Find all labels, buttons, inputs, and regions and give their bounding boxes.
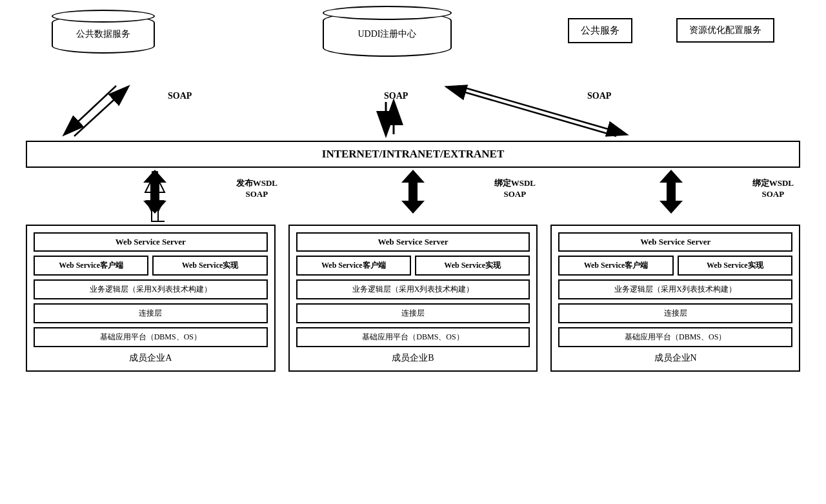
logic-label-b: 业务逻辑层（采用X列表技术构建）	[352, 285, 474, 294]
wsdl-label-1: 发布WSDL	[236, 177, 277, 189]
svg-text:SOAP: SOAP	[384, 91, 408, 101]
impl-box-a: Web Service实现	[152, 256, 267, 276]
logic-box-a: 业务逻辑层（采用X列表技术构建）	[34, 279, 268, 299]
member-name-a: 成员企业A	[34, 352, 268, 364]
logic-label-a: 业务逻辑层（采用X列表技术构建）	[90, 285, 212, 294]
impl-box-n: Web Service实现	[678, 256, 792, 276]
top-row: 公共数据服务 UDDI注册中心 公共服务 资源优化配置服务	[32, 12, 794, 79]
diagram-container: 公共数据服务 UDDI注册中心 公共服务 资源优化配置服务	[0, 0, 826, 504]
client-label-n: Web Service客户端	[584, 261, 649, 270]
server-box-n: Web Service Server	[558, 232, 792, 252]
wsdl-label-3: 绑定WSDL	[752, 177, 794, 189]
impl-label-a: Web Service实现	[182, 261, 239, 270]
arrow-col-2: 绑定WSDL SOAP	[284, 168, 542, 225]
platform-label-n: 基础应用平台（DBMS、OS）	[625, 332, 726, 341]
client-impl-row-n: Web Service客户端 Web Service实现	[558, 256, 792, 276]
connect-label-n: 连接层	[664, 308, 687, 318]
member-box-n: Web Service Server Web Service客户端 Web Se…	[550, 225, 800, 372]
member-box-a: Web Service Server Web Service客户端 Web Se…	[26, 225, 276, 372]
platform-label-b: 基础应用平台（DBMS、OS）	[362, 332, 463, 341]
client-box-n: Web Service客户端	[558, 256, 673, 276]
server-label-a: Web Service Server	[116, 237, 186, 247]
connect-label-b: 连接层	[401, 308, 425, 318]
connect-box-b: 连接层	[296, 303, 530, 323]
server-box-b: Web Service Server	[296, 232, 530, 252]
member-name-b: 成员企业B	[296, 352, 530, 364]
impl-label-n: Web Service实现	[707, 261, 763, 270]
cylinder2-label: UDDI注册中心	[358, 28, 417, 40]
impl-box-b: Web Service实现	[415, 256, 530, 276]
logic-label-n: 业务逻辑层（采用X列表技术构建）	[614, 285, 736, 294]
arrow-label-col1: 发布WSDL SOAP	[236, 177, 277, 199]
arrow-label-col2: 绑定WSDL SOAP	[494, 177, 536, 199]
server-box-a: Web Service Server	[34, 232, 268, 252]
member-box-b: Web Service Server Web Service客户端 Web Se…	[288, 225, 538, 372]
logic-box-b: 业务逻辑层（采用X列表技术构建）	[296, 279, 530, 299]
client-label-a: Web Service客户端	[59, 261, 123, 270]
soap-label-2: SOAP	[494, 189, 536, 199]
internet-bar: INTERNET/INTRANET/EXTRANET	[26, 141, 800, 168]
connect-label-a: 连接层	[139, 308, 162, 318]
server-label-b: Web Service Server	[378, 237, 448, 247]
member-boxes-row: Web Service Server Web Service客户端 Web Se…	[26, 225, 800, 372]
member-name-n: 成员企业N	[558, 352, 792, 364]
platform-box-b: 基础应用平台（DBMS、OS）	[296, 327, 530, 347]
platform-box-a: 基础应用平台（DBMS、OS）	[34, 327, 268, 347]
client-box-b: Web Service客户端	[296, 256, 411, 276]
arrow-label-row: 发布WSDL SOAP 绑定WSDL SOAP	[26, 168, 800, 225]
connect-box-n: 连接层	[558, 303, 792, 323]
internet-bar-label: INTERNET/INTRANET/EXTRANET	[322, 148, 504, 161]
platform-box-n: 基础应用平台（DBMS、OS）	[558, 327, 792, 347]
client-impl-row-b: Web Service客户端 Web Service实现	[296, 256, 530, 276]
connect-box-a: 连接层	[34, 303, 268, 323]
box-resource-service: 资源优化配置服务	[676, 18, 774, 43]
platform-label-a: 基础应用平台（DBMS、OS）	[100, 332, 201, 341]
svg-line-5	[65, 86, 116, 134]
svg-text:SOAP: SOAP	[587, 91, 612, 101]
cylinder-uddi: UDDI注册中心	[323, 12, 452, 57]
logic-box-n: 业务逻辑层（采用X列表技术构建）	[558, 279, 792, 299]
soap-arrows-svg: SOAP SOAP	[32, 79, 794, 141]
arrow-label-col3: 绑定WSDL SOAP	[752, 177, 794, 199]
arrow-col-3: 绑定WSDL SOAP	[542, 168, 800, 225]
resource-service-label: 资源优化配置服务	[689, 25, 761, 35]
client-impl-row-a: Web Service客户端 Web Service实现	[34, 256, 268, 276]
client-label-b: Web Service客户端	[321, 261, 386, 270]
arrow-col-1: 发布WSDL SOAP	[26, 168, 284, 225]
server-label-n: Web Service Server	[640, 237, 710, 247]
public-service-label: 公共服务	[581, 25, 620, 35]
soap-label-1: SOAP	[236, 189, 277, 199]
soap-area-top: SOAP SOAP	[32, 79, 794, 141]
impl-label-b: Web Service实现	[444, 261, 501, 270]
svg-text:SOAP: SOAP	[168, 91, 192, 101]
cylinder1-label: 公共数据服务	[76, 28, 130, 40]
client-box-a: Web Service客户端	[34, 256, 148, 276]
wsdl-label-2: 绑定WSDL	[494, 177, 536, 189]
cylinder-public-data: 公共数据服务	[52, 15, 155, 54]
soap-label-3: SOAP	[752, 189, 794, 199]
box-public-service: 公共服务	[568, 18, 632, 43]
svg-line-6	[74, 87, 128, 136]
